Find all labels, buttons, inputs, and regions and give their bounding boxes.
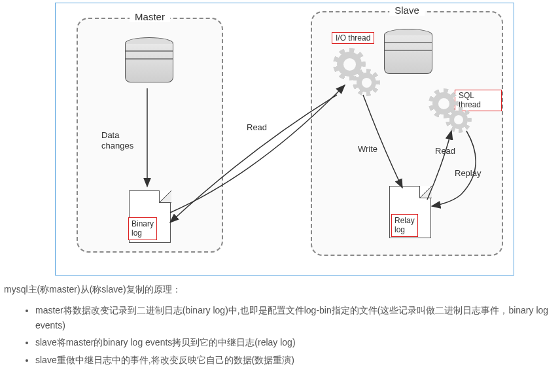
list-item: slave重做中继日志中的事件,将改变反映它自己的数据(数据重演) <box>35 353 557 367</box>
read-label: Read <box>247 122 267 133</box>
slave-title: Slave <box>389 5 425 16</box>
intro-text: mysql主(称master)从(称slave)复制的原理： <box>4 282 557 296</box>
slave-panel: Slave I/O thread SQL thread Relay log <box>311 11 503 256</box>
master-panel: Master Data changes Binary log <box>77 18 223 253</box>
read2-label: Read <box>435 146 455 156</box>
replay-label: Replay <box>455 168 481 179</box>
replication-diagram: 黑马程序员 Master Data changes Binary log Sla… <box>55 3 514 276</box>
master-db-icon <box>125 37 172 82</box>
gear-icon <box>449 111 468 129</box>
gear-icon <box>357 73 376 92</box>
binary-log-doc-icon: Binary log <box>129 190 171 243</box>
write-label: Write <box>358 144 377 154</box>
relay-log-box: Relay log <box>391 214 418 237</box>
relay-log-doc-icon: Relay log <box>389 186 431 238</box>
binary-log-box: Binary log <box>128 217 157 240</box>
bullet-list: master将数据改变记录到二进制日志(binary log)中,也即是配置文件… <box>3 303 557 367</box>
data-changes-label: Data changes <box>101 130 141 151</box>
master-title: Master <box>130 11 170 22</box>
list-item: slave将master的binary log events拷贝到它的中继日志(… <box>35 335 557 349</box>
io-thread-box: I/O thread <box>332 32 374 44</box>
list-item: master将数据改变记录到二进制日志(binary log)中,也即是配置文件… <box>35 303 557 332</box>
slave-db-icon <box>384 29 431 74</box>
